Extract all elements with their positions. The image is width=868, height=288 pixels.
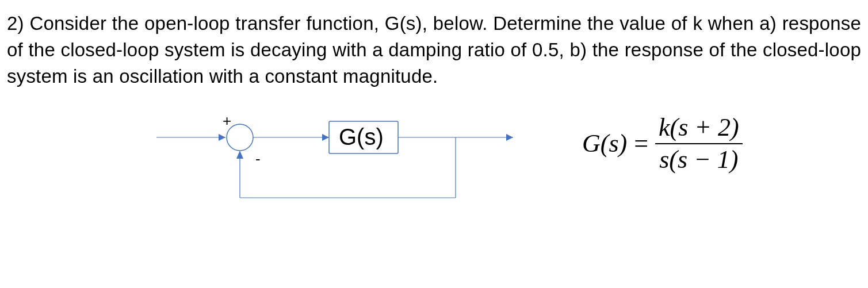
denominator: s(s − 1) <box>656 147 741 173</box>
arrow-to-block <box>322 134 329 141</box>
problem-statement: 2) Consider the open-loop transfer funct… <box>7 10 861 90</box>
page: 2) Consider the open-loop transfer funct… <box>0 0 868 288</box>
problem-text: Consider the open-loop transfer function… <box>7 13 861 87</box>
block-diagram: + - G(s) <box>156 109 525 224</box>
equation-lhs: G(s) <box>582 129 627 158</box>
arrow-input <box>219 134 225 141</box>
block-label: G(s) <box>339 124 384 149</box>
transfer-function-equation: G(s) = k(s + 2) s(s − 1) <box>582 114 743 173</box>
arrow-feedback <box>236 151 243 159</box>
problem-number: 2) <box>7 13 24 34</box>
fraction: k(s + 2) s(s − 1) <box>655 114 743 173</box>
equals-sign: = <box>634 129 648 158</box>
plus-sign: + <box>223 112 231 129</box>
figure-row: + - G(s) G(s) = <box>7 109 861 281</box>
arrow-output <box>506 134 513 141</box>
numerator: k(s + 2) <box>655 114 743 141</box>
minus-sign: - <box>255 150 261 167</box>
fraction-bar <box>655 143 743 144</box>
